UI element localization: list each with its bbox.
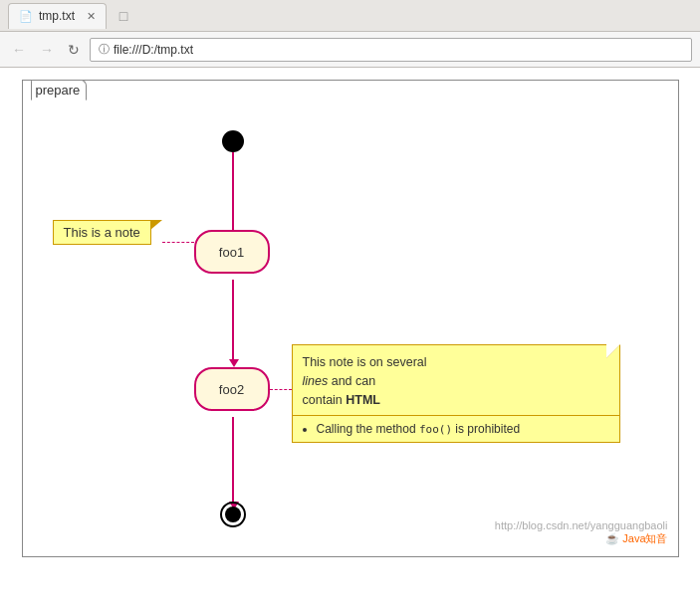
note-2-line1: This note is on several [303,353,609,372]
uml-diagram: prepare foo1 foo2 This is a note [22,80,679,557]
file-icon: 📄 [19,10,33,23]
arrow-1 [232,152,234,232]
note-2-line2-rest: and can [328,374,375,388]
note-2-bullet-post: is prohibited [452,422,520,436]
watermark: http://blog.csdn.net/yangguangbaoli ☕ Ja… [495,519,668,546]
end-node [220,502,246,527]
note-2-bullet: Calling the method foo() is prohibited [317,422,609,436]
foo1-label: foo1 [219,245,244,260]
title-bar: 📄 tmp.txt ✕ □ [0,0,700,32]
new-tab-button[interactable]: □ [111,3,136,29]
note-2-bullet-pre: Calling the method [317,422,419,436]
note-1: This is a note [53,220,151,245]
foo1-node: foo1 [194,230,270,274]
foo2-node: foo2 [194,367,270,411]
tab-title: tmp.txt [39,9,75,23]
reload-button[interactable]: ↻ [64,40,84,60]
browser-tab[interactable]: 📄 tmp.txt ✕ [8,3,107,29]
note-1-text: This is a note [64,225,140,240]
note-2-bullet-code: foo() [419,423,452,436]
java-logo: ☕ Java知音 [495,531,668,546]
note-2-line3: contain HTML [303,391,609,410]
forward-button[interactable]: → [36,40,58,60]
arrow-2 [232,280,234,359]
note-2-line2: lines and can [303,372,609,391]
tab-close-button[interactable]: ✕ [87,10,96,23]
security-icon: ⓘ [99,42,110,57]
back-button[interactable]: ← [8,40,30,60]
note-2-bottom: Calling the method foo() is prohibited [293,415,619,442]
end-node-inner [225,507,241,522]
address-text: file:///D:/tmp.txt [114,43,193,57]
watermark-url: http://blog.csdn.net/yangguangbaoli [495,519,668,531]
dashed-connector-1 [162,242,194,243]
start-node [222,130,244,152]
address-bar: ← → ↻ ⓘ file:///D:/tmp.txt [0,32,700,68]
note-2-contain: contain [303,393,347,407]
dashed-connector-2 [270,389,292,390]
diagram-label: prepare [31,80,88,101]
note-2-html: HTML [346,393,380,407]
arrow-3 [232,417,234,502]
browser-content: prepare foo1 foo2 This is a note [0,68,700,610]
note-2-italic: lines [303,374,329,388]
address-input[interactable]: ⓘ file:///D:/tmp.txt [90,38,692,62]
foo2-label: foo2 [219,382,244,397]
note-2: This note is on several lines and can co… [292,344,620,443]
note-2-top: This note is on several lines and can co… [293,345,619,415]
